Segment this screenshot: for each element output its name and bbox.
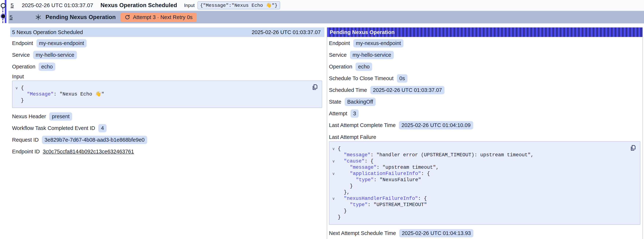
workflow-history-screen: 5 2025-02-26 UTC 01:03:37.07 Nexus Opera… <box>0 0 644 239</box>
copy-icon <box>629 144 637 152</box>
detail-row-endpoint: Endpoint my-nexus-endpoint <box>329 37 640 49</box>
detail-value-badge: 2025-02-26 UTC 01:04:13.93 <box>399 229 474 237</box>
code-line-content: } <box>338 183 353 189</box>
code-line-content: }, <box>338 189 350 196</box>
code-line: "Message": "Nexus Echo 👋" <box>12 91 309 97</box>
code-line: } <box>12 97 309 104</box>
detail-row-request-id: Request ID 3e829b7e-7d67-4b08-aad3-b1e86… <box>12 134 322 146</box>
detail-label: Attempt <box>329 110 347 116</box>
event-row-scheduled[interactable]: 5 2025-02-26 UTC 01:03:37.07 Nexus Opera… <box>8 0 644 11</box>
json-viewer: ∨{"Message": "Nexus Echo 👋"} <box>12 85 309 104</box>
input-code-block: ∨{"Message": "Nexus Echo 👋"} <box>12 80 322 108</box>
event-title: Pending Nexus Operation <box>46 14 116 20</box>
detail-row-nexus-header: Nexus Header present <box>12 110 322 122</box>
code-line-content: { <box>21 85 24 91</box>
event-input-chip: {"Message":"Nexus Echo 👋"} <box>198 1 280 9</box>
code-line: ∨"applicationFailureInfo": { <box>329 170 627 177</box>
retry-icon <box>124 14 130 20</box>
code-line-content: "Message": "Nexus Echo 👋" <box>21 91 104 97</box>
detail-row-last-attempt-complete: Last Attempt Complete Time 2025-02-26 UT… <box>329 119 640 131</box>
code-line-content: "nexusHandlerFailureInfo": { <box>338 196 427 202</box>
pending-operation-header: Pending Nexus Operation <box>327 28 642 37</box>
detail-label: Workflow Task Completed Event ID <box>12 125 95 131</box>
event-row-pending[interactable]: 5 Pending Nexus Operation Attempt 3 · Ne… <box>8 11 644 24</box>
code-gutter <box>329 183 338 189</box>
event-detail-card: 5 Nexus Operation Scheduled 2025-02-26 U… <box>10 28 324 158</box>
retry-badge: Attempt 3 · Next Retry 0s <box>120 13 196 22</box>
detail-label: Endpoint <box>12 40 33 46</box>
code-gutter <box>329 202 338 208</box>
event-id-link[interactable]: 5 <box>10 14 13 20</box>
copy-button[interactable] <box>629 144 637 152</box>
code-line: }, <box>329 189 627 196</box>
retry-badge-label: Attempt 3 · Next Retry 0s <box>133 14 192 20</box>
code-line: } <box>329 183 627 189</box>
timeline-node-open-icon <box>1 3 6 8</box>
code-gutter <box>329 164 338 170</box>
event-input-label: Input <box>184 2 194 8</box>
detail-value-badge: echo <box>356 62 372 71</box>
detail-label: Service <box>329 52 347 58</box>
code-line-content: } <box>338 208 347 214</box>
code-gutter <box>329 208 338 214</box>
detail-label: Schedule To Close Timeout <box>329 76 394 82</box>
code-line-content: { <box>338 146 341 152</box>
code-line: "message": "handler error (UPSTREAM_TIME… <box>329 152 627 158</box>
detail-row-wtce-id: Workflow Task Completed Event ID 4 <box>12 122 322 134</box>
detail-value-badge: my-hello-service <box>33 51 77 59</box>
event-detail-header-timestamp: 2025-02-26 UTC 01:03:37.07 <box>252 29 321 35</box>
detail-label: Operation <box>329 64 352 70</box>
detail-label: Next Attempt Schedule Time <box>329 230 396 236</box>
code-gutter <box>329 177 338 183</box>
detail-value-badge: my-nexus-endpoint <box>36 39 87 48</box>
endpoint-id-link[interactable]: 3c0c75ccfa8144b092c13ce632463761 <box>43 148 134 155</box>
detail-value-badge: my-nexus-endpoint <box>353 39 404 48</box>
timeline-node-current-icon <box>0 14 6 19</box>
detail-row-scheduled-time: Scheduled Time 2025-02-26 UTC 01:03:37.0… <box>329 84 640 96</box>
event-detail-header: 5 Nexus Operation Scheduled 2025-02-26 U… <box>10 28 324 37</box>
code-line-content: "message": "upstream timeout", <box>338 164 439 170</box>
code-line: ∨"nexusHandlerFailureInfo": { <box>329 196 627 202</box>
timeline-active-bar <box>5 0 6 23</box>
failure-code-block: ∨{"message": "handler error (UPSTREAM_TI… <box>329 141 640 225</box>
detail-row-failure-label: Last Attempt Failure <box>329 131 640 141</box>
detail-row-endpoint-id: Endpoint ID 3c0c75ccfa8144b092c13ce63246… <box>12 146 322 158</box>
code-line: ∨"cause": { <box>329 158 627 164</box>
json-viewer: ∨{"message": "handler error (UPSTREAM_TI… <box>329 146 627 220</box>
code-line-content: "message": "handler error (UPSTREAM_TIME… <box>338 152 534 158</box>
detail-value-badge: 2025-02-26 UTC 01:04:10.09 <box>399 121 473 130</box>
copy-icon <box>311 84 318 91</box>
detail-label: Operation <box>12 64 35 70</box>
detail-label: Last Attempt Failure <box>329 134 376 140</box>
copy-button[interactable] <box>311 84 318 91</box>
detail-value-badge: my-hello-service <box>350 51 394 59</box>
detail-label: Service <box>12 52 30 58</box>
detail-row-service: Service my-hello-service <box>12 49 322 61</box>
detail-value-badge: 3e829b7e-7d67-4b08-aad3-b1e868bfe9e0 <box>42 136 147 144</box>
code-gutter <box>329 214 338 220</box>
event-id-link[interactable]: 5 <box>10 2 14 8</box>
pending-asterisk-icon <box>35 14 42 20</box>
detail-label: Last Attempt Complete Time <box>329 122 396 128</box>
collapse-chevron-icon[interactable]: ∨ <box>329 196 338 202</box>
collapse-chevron-icon[interactable]: ∨ <box>329 158 338 164</box>
detail-row-input-label: Input <box>12 72 322 80</box>
code-gutter <box>329 189 338 196</box>
detail-row-service: Service my-hello-service <box>329 49 640 61</box>
detail-value-badge: present <box>49 112 72 120</box>
detail-row-attempt: Attempt 3 <box>329 108 640 119</box>
detail-row-endpoint: Endpoint my-nexus-endpoint <box>12 37 322 49</box>
detail-label: Input <box>12 74 24 80</box>
code-line: "type": "UPSTREAM_TIMEOUT" <box>329 202 627 208</box>
code-line: } <box>329 214 627 220</box>
code-gutter <box>329 152 338 158</box>
code-line-content: } <box>338 214 341 220</box>
collapse-chevron-icon[interactable]: ∨ <box>329 170 338 177</box>
detail-label: Endpoint ID <box>12 148 40 155</box>
detail-value-badge: 4 <box>98 124 106 132</box>
collapse-chevron-icon[interactable]: ∨ <box>329 146 338 152</box>
event-timestamp: 2025-02-26 UTC 01:03:37.07 <box>22 2 93 8</box>
detail-row-state: State BackingOff <box>329 96 640 108</box>
detail-label: Endpoint <box>329 40 350 46</box>
collapse-chevron-icon[interactable]: ∨ <box>12 85 21 91</box>
